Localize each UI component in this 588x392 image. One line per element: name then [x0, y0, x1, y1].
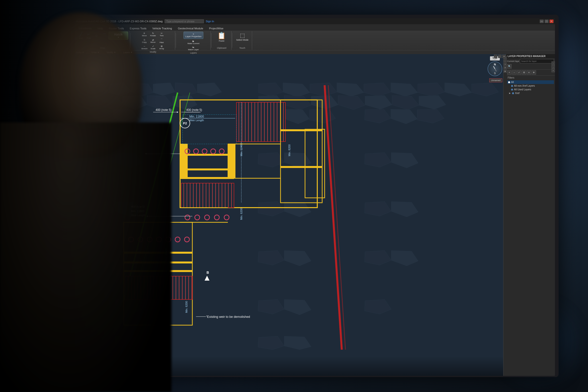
tab-vehicle-tracking[interactable]: Vehicle Tracking — [150, 26, 175, 30]
compass-south: S — [488, 72, 502, 75]
make-current-button[interactable]: ▶ Make Current — [186, 40, 200, 45]
restore-button[interactable]: □ — [545, 20, 548, 23]
rotate-icon: ↻ — [152, 32, 154, 34]
compass-circle[interactable]: N S — [487, 62, 502, 76]
ribbon-group-layers: ≡ Layer Properties ▶ Make Current ⇆ Matc… — [176, 31, 211, 50]
sign-in-label[interactable]: Sign In — [206, 20, 214, 23]
layer-item-used[interactable]: All Used Layers — [507, 88, 554, 91]
side-tool-2[interactable]: − — [504, 60, 507, 62]
panel-restore-btn[interactable]: □ — [498, 54, 501, 58]
side-tool-3[interactable]: ⌖ — [504, 63, 507, 66]
copy-button[interactable]: ⎘ Copy — [140, 38, 148, 44]
dim-400-note5-1: 400 (note 5) — [156, 108, 172, 112]
side-tool-5[interactable]: ◈ — [504, 70, 507, 73]
panel-minimize-btn[interactable]: — — [494, 54, 497, 58]
stretch-icon: ↔ — [143, 45, 146, 48]
tab-express-tools[interactable]: Express Tools — [127, 26, 150, 30]
cad-panel-buttons: — □ ✕ — [494, 54, 506, 58]
panel-close-btn[interactable]: ✕ — [502, 54, 506, 58]
layer-item-all[interactable]: All — [507, 80, 554, 84]
close-button[interactable]: ✕ — [549, 20, 553, 23]
dim-400-note5-2: 400 (note 5) — [186, 108, 202, 112]
dim-min11800-1: Min. 11800 — [189, 115, 204, 118]
layer-tree: All All non-Xref Layers All Used Layers … — [506, 80, 555, 96]
array-label: Array — [159, 48, 164, 50]
layer-label-used: All Used Layers — [514, 88, 531, 91]
panel-title: LAYER PROPERTIES MANAGER — [506, 54, 555, 58]
xref-expand-icon: ▶ — [509, 92, 510, 94]
trim-button[interactable]: ✂ Trim — [158, 32, 166, 37]
ribbon-group-clipboard: 📋 Paste Clipboard — [212, 31, 232, 50]
dim-min6200-2: Min. 6200 — [185, 301, 188, 313]
array-button[interactable]: ⊞ Array — [158, 44, 166, 50]
panel-action-buttons: + − ✓ ⚙ ≡ ❄ — [506, 70, 555, 76]
sep2 — [176, 33, 176, 48]
fillet-button[interactable]: ⌒ Fillet — [158, 38, 166, 44]
svg-rect-83 — [180, 154, 234, 156]
p2-label: P2 — [183, 122, 187, 125]
panel-tool-3[interactable]: + — [551, 69, 555, 72]
panel-tool-2[interactable]: ↓ — [551, 65, 555, 68]
stretch-button[interactable]: ↔ Stretch — [140, 44, 148, 50]
layer-search-input[interactable] — [520, 59, 554, 64]
current-layer-label: Current laye — [507, 60, 519, 62]
rotate-label: Rotate — [150, 34, 156, 37]
search-input[interactable] — [165, 19, 204, 23]
make-current-label: Make Current — [187, 42, 199, 44]
paste-label: Paste — [219, 40, 224, 42]
modify-group-label: Modify — [150, 50, 156, 53]
mirror-button[interactable]: ⇌ Mirror — [149, 38, 157, 44]
paste-icon: 📋 — [217, 32, 226, 40]
match-layer-label: Match Layer — [188, 48, 199, 51]
panel-btn-1[interactable]: 🔍 — [507, 64, 511, 68]
copy-label: Copy — [142, 41, 147, 43]
sep3 — [211, 33, 211, 48]
b-marker: B — [207, 270, 209, 274]
delete-layer-button[interactable]: − — [512, 70, 516, 75]
move-label: Move — [142, 34, 147, 37]
layer-dot-xref — [512, 92, 514, 94]
minimize-button[interactable]: — — [540, 20, 544, 23]
layer-label-non-xref: All non-Xref Layers — [514, 84, 535, 87]
match-layer-icon: ⇆ — [192, 46, 194, 48]
scale-button[interactable]: ⤢ Scale — [149, 44, 157, 50]
svg-rect-148 — [281, 166, 322, 168]
set-current-button[interactable]: ✓ — [517, 70, 521, 75]
mirror-label: Mirror — [150, 41, 156, 43]
layer-item-non-xref[interactable]: All non-Xref Layers — [507, 84, 554, 88]
side-tool-4[interactable]: ✕ — [504, 66, 507, 69]
trim-icon: ✂ — [161, 32, 163, 34]
match-layer-button[interactable]: ⇆ Match Layer — [187, 46, 200, 51]
layer-view-button[interactable]: ≡ — [527, 70, 531, 75]
tab-projectwise[interactable]: ProjectWise — [206, 26, 226, 30]
layer-freeze-button[interactable]: ❄ — [532, 70, 536, 75]
layer-item-xref[interactable]: ▶ Xref — [507, 91, 554, 95]
scale-label: Scale — [150, 48, 155, 50]
dim-min12400-1: Min. 12400 — [240, 143, 243, 156]
layer-properties-button[interactable]: ≡ Layer Properties — [184, 32, 203, 39]
dim-min8200: Min. 8200 — [288, 144, 291, 156]
layer-dot-non-xref — [511, 85, 513, 87]
dim-weir-length-1: Weir Length — [189, 119, 204, 122]
sep4 — [232, 33, 232, 48]
layer-dot-all — [508, 81, 510, 83]
svg-rect-86 — [181, 183, 234, 208]
paste-button[interactable]: 📋 Paste — [217, 32, 226, 42]
tab-geotechnical[interactable]: Geotechnical Module — [175, 26, 206, 30]
filters-label: Filters — [506, 76, 555, 80]
unnamed-label[interactable]: Unnamed — [489, 78, 502, 82]
layer-dot-used — [511, 89, 513, 90]
modify-buttons: ✛ Move ↻ Rotate ✂ Trim ⎘ Copy — [140, 32, 166, 50]
panel-tool-1[interactable]: ↑ — [551, 62, 555, 65]
move-button[interactable]: ✛ Move — [140, 32, 148, 37]
touch-buttons: ⬚ Select Mode — [234, 32, 250, 42]
ribbon-bottom: Views ▼ Draw ▼ Modify ▼ Layers ▼ — [75, 50, 555, 54]
select-mode-button[interactable]: ⬚ Select Mode — [234, 32, 250, 42]
new-layer-button[interactable]: + — [507, 70, 511, 75]
layer-settings-button[interactable]: ⚙ — [522, 70, 526, 75]
layer-properties-icon: ≡ — [193, 33, 194, 35]
panel-right-tools: ↑ ↓ + — [551, 62, 555, 72]
ribbon-tabs: InfraWorks Help Raster Tools Express Too… — [75, 24, 555, 30]
rotate-button[interactable]: ↻ Rotate — [149, 32, 157, 37]
copy-icon: ⎘ — [144, 39, 145, 41]
